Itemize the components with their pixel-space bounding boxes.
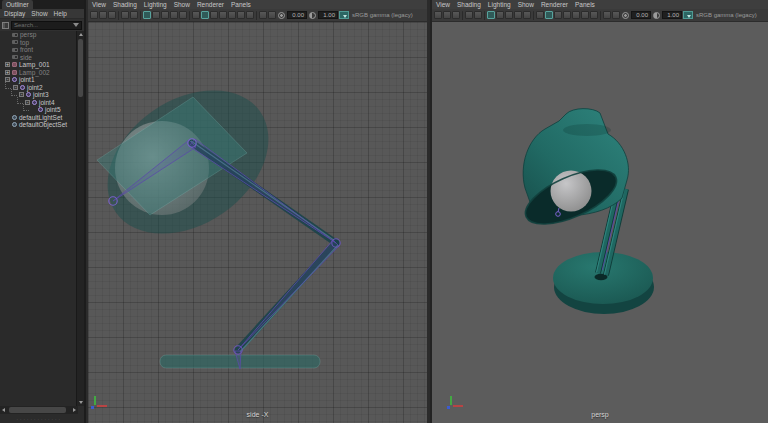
isolate-select-icon[interactable] xyxy=(612,11,620,19)
toolbar-separator xyxy=(118,11,119,20)
tree-connector xyxy=(23,104,29,111)
outliner-item-joint5[interactable]: joint5 xyxy=(0,106,76,114)
outliner-tab[interactable]: Outliner xyxy=(2,0,33,9)
outliner-item-front[interactable]: front xyxy=(0,46,76,54)
outliner-item-default-light-set[interactable]: defaultLightSet xyxy=(0,114,76,122)
field-chart-icon[interactable] xyxy=(179,11,187,19)
resolution-gate-icon[interactable] xyxy=(161,11,169,19)
outliner-horizontal-scrollbar[interactable] xyxy=(0,406,78,414)
menu-view[interactable]: View xyxy=(436,0,450,9)
camera-attributes-icon[interactable] xyxy=(90,11,98,19)
image-plane-icon[interactable] xyxy=(452,11,460,19)
outliner-item-joint1[interactable]: - joint1 xyxy=(0,76,76,84)
search-input[interactable]: Search... xyxy=(11,21,82,30)
outliner-item-joint4[interactable]: - joint4 xyxy=(0,99,76,107)
outliner-item-top[interactable]: top xyxy=(0,39,76,47)
wireframe-icon[interactable] xyxy=(536,11,544,19)
gamma-contrast-icon[interactable] xyxy=(309,12,316,19)
viewport-canvas-persp[interactable]: persp xyxy=(432,22,768,423)
resolution-gate-icon[interactable] xyxy=(505,11,513,19)
menu-show[interactable]: Show xyxy=(518,0,534,9)
menu-renderer[interactable]: Renderer xyxy=(541,0,568,9)
gamma-field[interactable]: 1.00 xyxy=(318,11,338,19)
settings-gear-icon[interactable] xyxy=(278,12,285,19)
gamma-contrast-icon[interactable] xyxy=(653,12,660,19)
menu-display[interactable]: Display xyxy=(4,9,25,18)
gamma-field[interactable]: 1.00 xyxy=(662,11,682,19)
shaded-icon[interactable] xyxy=(545,11,553,19)
grid-toggle-icon[interactable] xyxy=(487,11,495,19)
menu-shading[interactable]: Shading xyxy=(457,0,481,9)
gate-mask-icon[interactable] xyxy=(514,11,522,19)
panel-layout-icon[interactable] xyxy=(2,22,9,29)
color-management-button[interactable] xyxy=(339,11,349,19)
shade-neck-crease xyxy=(563,124,611,136)
use-all-lights-icon[interactable] xyxy=(219,11,227,19)
camera-attributes-icon[interactable] xyxy=(434,11,442,19)
textured-icon[interactable] xyxy=(554,11,562,19)
scrollbar-thumb[interactable] xyxy=(9,407,66,413)
outliner-item-persp[interactable]: persp xyxy=(0,31,76,39)
screen-ao-icon[interactable] xyxy=(581,11,589,19)
menu-lighting[interactable]: Lighting xyxy=(144,0,167,9)
textured-icon[interactable] xyxy=(210,11,218,19)
grease-pencil-icon[interactable] xyxy=(130,11,138,19)
lamp-bulb[interactable] xyxy=(551,171,592,212)
bone-lower[interactable] xyxy=(238,240,339,350)
outliner-vertical-scrollbar[interactable] xyxy=(76,31,84,406)
menu-panels[interactable]: Panels xyxy=(575,0,595,9)
color-management-button[interactable] xyxy=(683,11,693,19)
expand-toggle[interactable]: + xyxy=(5,62,10,67)
two-d-pan-zoom-icon[interactable] xyxy=(121,11,129,19)
joint-icon xyxy=(12,77,17,82)
scroll-right-icon[interactable] xyxy=(70,406,78,414)
expand-toggle[interactable]: + xyxy=(5,70,10,75)
shadows-icon[interactable] xyxy=(572,11,580,19)
outliner-item-lamp-002[interactable]: + Lamp_002 xyxy=(0,69,76,77)
camera-bookmark-icon[interactable] xyxy=(99,11,107,19)
outliner-item-default-object-set[interactable]: defaultObjectSet xyxy=(0,121,76,129)
exposure-field[interactable]: 0.00 xyxy=(631,11,651,19)
menu-show[interactable]: Show xyxy=(174,0,190,9)
scroll-down-icon[interactable] xyxy=(79,401,83,404)
menu-lighting[interactable]: Lighting xyxy=(488,0,511,9)
outliner-item-side[interactable]: side xyxy=(0,54,76,62)
motion-blur-icon[interactable] xyxy=(590,11,598,19)
grid-toggle-icon[interactable] xyxy=(143,11,151,19)
menu-show[interactable]: Show xyxy=(31,9,47,18)
motion-blur-icon[interactable] xyxy=(246,11,254,19)
menu-view[interactable]: View xyxy=(92,0,106,9)
xray-icon[interactable] xyxy=(259,11,267,19)
exposure-field[interactable]: 0.00 xyxy=(287,11,307,19)
menu-renderer[interactable]: Renderer xyxy=(197,0,224,9)
use-all-lights-icon[interactable] xyxy=(563,11,571,19)
viewport-canvas-side[interactable]: side -X xyxy=(88,22,427,423)
menu-shading[interactable]: Shading xyxy=(113,0,137,9)
screen-ao-icon[interactable] xyxy=(237,11,245,19)
gate-mask-icon[interactable] xyxy=(170,11,178,19)
shadows-icon[interactable] xyxy=(228,11,236,19)
film-gate-icon[interactable] xyxy=(152,11,160,19)
xray-icon[interactable] xyxy=(603,11,611,19)
outliner-panel: Outliner Display Show Help Search... per… xyxy=(0,0,86,423)
settings-gear-icon[interactable] xyxy=(622,12,629,19)
menu-help[interactable]: Help xyxy=(54,9,67,18)
camera-bookmark-icon[interactable] xyxy=(443,11,451,19)
outliner-item-lamp-001[interactable]: + Lamp_001 xyxy=(0,61,76,69)
scrollbar-thumb[interactable] xyxy=(78,39,83,97)
filter-icon[interactable] xyxy=(73,23,79,27)
panel-resize-grip[interactable]: ············· xyxy=(8,416,70,423)
wireframe-icon[interactable] xyxy=(192,11,200,19)
image-plane-icon[interactable] xyxy=(108,11,116,19)
grease-pencil-icon[interactable] xyxy=(474,11,482,19)
two-d-pan-zoom-icon[interactable] xyxy=(465,11,473,19)
isolate-select-icon[interactable] xyxy=(268,11,276,19)
shaded-icon[interactable] xyxy=(201,11,209,19)
menu-panels[interactable]: Panels xyxy=(231,0,251,9)
outliner-item-joint3[interactable]: - joint3 xyxy=(0,91,76,99)
film-gate-icon[interactable] xyxy=(496,11,504,19)
scroll-left-icon[interactable] xyxy=(0,406,8,414)
scroll-up-icon[interactable] xyxy=(79,33,83,36)
maya-window: Outliner Display Show Help Search... per… xyxy=(0,0,768,423)
field-chart-icon[interactable] xyxy=(523,11,531,19)
